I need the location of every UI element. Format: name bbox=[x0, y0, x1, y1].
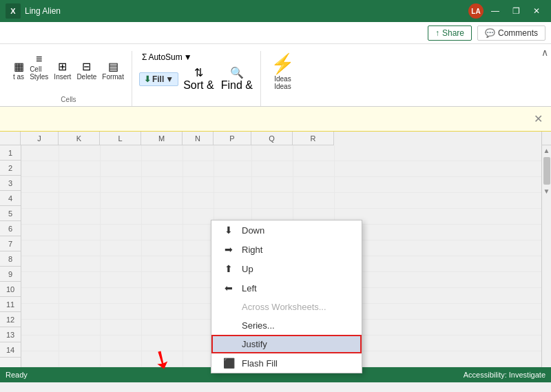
menu-item-right[interactable]: ➡ Right bbox=[211, 240, 362, 259]
comments-button[interactable]: 💬 Comments bbox=[477, 25, 545, 41]
grid-cell[interactable] bbox=[101, 145, 142, 161]
grid-cell[interactable] bbox=[183, 209, 214, 224]
col-header-m[interactable]: M bbox=[141, 132, 183, 145]
grid-cell[interactable] bbox=[21, 209, 59, 224]
autosum-dropdown-icon[interactable]: ▼ bbox=[184, 52, 192, 62]
grid-cell[interactable] bbox=[214, 177, 252, 192]
grid-cell[interactable] bbox=[183, 272, 214, 287]
insert-button[interactable]: ⊞ Insert bbox=[52, 59, 73, 82]
grid-cell[interactable] bbox=[21, 336, 59, 351]
cell-styles-button[interactable]: ≡ CellStyles bbox=[28, 51, 50, 82]
grid-cell[interactable] bbox=[59, 193, 101, 208]
grid-cell[interactable] bbox=[142, 177, 183, 192]
grid-cell[interactable] bbox=[21, 288, 59, 303]
grid-cell[interactable] bbox=[59, 256, 101, 271]
grid-cell[interactable] bbox=[101, 161, 142, 176]
grid-cell[interactable] bbox=[101, 320, 142, 335]
row-header-9[interactable]: 9 bbox=[0, 267, 21, 282]
grid-cell[interactable] bbox=[183, 256, 214, 271]
grid-cell[interactable] bbox=[21, 351, 59, 367]
scrollbar-down-arrow[interactable]: ▼ bbox=[542, 186, 551, 196]
grid-cell[interactable] bbox=[142, 225, 183, 240]
grid-cell[interactable] bbox=[59, 320, 101, 335]
grid-cell[interactable] bbox=[183, 193, 214, 208]
grid-cell[interactable] bbox=[142, 145, 183, 161]
col-header-l[interactable]: L bbox=[100, 132, 141, 145]
grid-cell[interactable] bbox=[142, 209, 183, 224]
col-header-r[interactable]: R bbox=[293, 132, 334, 145]
menu-item-series[interactable]: Series... bbox=[211, 316, 362, 335]
grid-cell[interactable] bbox=[21, 304, 59, 319]
menu-item-justify[interactable]: Justify bbox=[211, 335, 362, 353]
grid-cell[interactable] bbox=[59, 351, 101, 367]
grid-cell[interactable] bbox=[142, 193, 183, 208]
grid-cell[interactable] bbox=[142, 304, 183, 319]
grid-cell[interactable] bbox=[59, 145, 101, 161]
menu-item-left[interactable]: ⬅ Left bbox=[211, 278, 362, 298]
grid-cell[interactable] bbox=[21, 161, 59, 176]
scrollbar-thumb[interactable] bbox=[543, 157, 550, 185]
grid-cell[interactable] bbox=[21, 240, 59, 256]
delete-button[interactable]: ⊟ Delete bbox=[74, 59, 98, 82]
row-header-5[interactable]: 5 bbox=[0, 206, 21, 221]
col-header-q[interactable]: Q bbox=[251, 132, 293, 145]
grid-cell[interactable] bbox=[252, 177, 293, 192]
grid-cell[interactable] bbox=[183, 145, 214, 161]
minimize-button[interactable]: — bbox=[486, 3, 504, 19]
col-header-n[interactable]: N bbox=[183, 132, 214, 145]
grid-cell[interactable] bbox=[183, 351, 214, 367]
row-header-12[interactable]: 12 bbox=[0, 312, 21, 327]
row-header-11[interactable]: 11 bbox=[0, 297, 21, 312]
close-button[interactable]: ✕ bbox=[528, 3, 545, 19]
grid-cell[interactable] bbox=[101, 177, 142, 192]
find-button[interactable]: 🔍 Find & bbox=[219, 65, 255, 93]
sort-button[interactable]: ⇅ Sort & bbox=[181, 65, 216, 93]
grid-cell[interactable] bbox=[101, 256, 142, 271]
fill-button[interactable]: ⬇ Fill ▼ bbox=[139, 72, 178, 86]
row-header-14[interactable]: 14 bbox=[0, 342, 21, 358]
user-avatar[interactable]: LA bbox=[468, 3, 484, 19]
grid-cell[interactable] bbox=[101, 336, 142, 351]
grid-cell[interactable] bbox=[101, 209, 142, 224]
grid-cell[interactable] bbox=[101, 193, 142, 208]
grid-cell[interactable] bbox=[293, 193, 335, 208]
grid-cell[interactable] bbox=[293, 161, 335, 176]
row-header-4[interactable]: 4 bbox=[0, 191, 21, 206]
grid-cell[interactable] bbox=[59, 240, 101, 256]
grid-cell[interactable] bbox=[59, 288, 101, 303]
restore-button[interactable]: ❐ bbox=[507, 3, 525, 19]
notification-close-button[interactable]: ✕ bbox=[534, 112, 543, 125]
grid-cell[interactable] bbox=[101, 351, 142, 367]
format-as-table-button[interactable]: ▦ t as bbox=[11, 59, 26, 82]
row-header-10[interactable]: 10 bbox=[0, 282, 21, 297]
row-header-1[interactable]: 1 bbox=[0, 145, 21, 161]
grid-cell[interactable] bbox=[183, 336, 214, 351]
grid-cell[interactable] bbox=[214, 145, 252, 161]
vertical-scrollbar[interactable]: ▲ ▼ bbox=[541, 145, 551, 367]
grid-cell[interactable] bbox=[101, 225, 142, 240]
grid-cell[interactable] bbox=[142, 240, 183, 256]
grid-cell[interactable] bbox=[293, 145, 335, 161]
grid-cell[interactable] bbox=[21, 145, 59, 161]
grid-cell[interactable] bbox=[101, 304, 142, 319]
grid-cell[interactable] bbox=[101, 240, 142, 256]
grid-cell[interactable] bbox=[183, 161, 214, 176]
fill-dropdown-icon[interactable]: ▼ bbox=[165, 74, 174, 84]
grid-cell[interactable] bbox=[142, 272, 183, 287]
grid-cell[interactable] bbox=[59, 209, 101, 224]
share-button[interactable]: ↑ Share bbox=[428, 25, 472, 41]
grid-cell[interactable] bbox=[21, 272, 59, 287]
col-header-k[interactable]: K bbox=[59, 132, 100, 145]
autosum-button[interactable]: Σ AutoSum ▼ bbox=[139, 51, 195, 63]
grid-cell[interactable] bbox=[293, 177, 335, 192]
grid-cell[interactable] bbox=[183, 240, 214, 256]
grid-cell[interactable] bbox=[183, 320, 214, 335]
grid-cell[interactable] bbox=[21, 225, 59, 240]
grid-cell[interactable] bbox=[252, 161, 293, 176]
grid-cell[interactable] bbox=[214, 193, 252, 208]
row-header-8[interactable]: 8 bbox=[0, 251, 21, 267]
row-header-2[interactable]: 2 bbox=[0, 161, 21, 176]
grid-cell[interactable] bbox=[21, 320, 59, 335]
grid-cell[interactable] bbox=[21, 193, 59, 208]
menu-item-flash[interactable]: ⬛ Flash Fill bbox=[211, 353, 362, 373]
